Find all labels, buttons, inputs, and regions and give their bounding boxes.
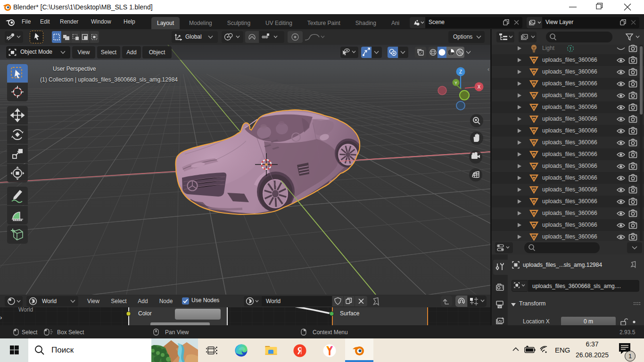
svg-text:X: X xyxy=(478,84,481,90)
svg-text:Z: Z xyxy=(459,69,462,74)
svg-text:‹: ‹ xyxy=(487,66,489,73)
svg-text:Y: Y xyxy=(454,81,457,85)
